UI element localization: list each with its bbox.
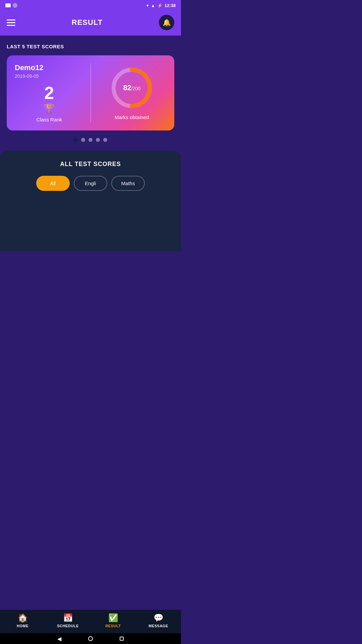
bell-icon: 🔔 bbox=[163, 18, 171, 26]
header: RESULT 🔔 bbox=[0, 11, 181, 36]
dot-4[interactable] bbox=[96, 138, 100, 142]
dot-3[interactable] bbox=[88, 138, 93, 142]
battery-icon: ⚡ bbox=[157, 3, 163, 8]
notification-button[interactable]: 🔔 bbox=[159, 15, 174, 30]
test-name: Demo12 bbox=[15, 63, 84, 72]
circle-text: 82/200 bbox=[123, 84, 140, 92]
status-bar: ▾ ▲ ⚡ 12:38 bbox=[0, 0, 181, 11]
marks-label: Marks obtained bbox=[115, 114, 149, 120]
filter-buttons: All Engli Maths bbox=[7, 176, 174, 191]
score-circle: 82/200 bbox=[110, 66, 154, 110]
score-card: Demo12 2019-09-05 2 🏆 Class Rank 82/200 … bbox=[7, 55, 174, 130]
filter-maths-button[interactable]: Maths bbox=[111, 176, 145, 191]
status-left bbox=[5, 3, 17, 8]
status-right: ▾ ▲ ⚡ 12:38 bbox=[146, 3, 176, 8]
wifi-icon: ▾ bbox=[146, 3, 149, 8]
filter-all-button[interactable]: All bbox=[36, 176, 70, 191]
test-date: 2019-09-05 bbox=[15, 73, 84, 79]
marks-total: /200 bbox=[131, 86, 140, 91]
dot-1[interactable] bbox=[74, 138, 78, 142]
trophy-icon: 🏆 bbox=[43, 103, 55, 114]
card-left: Demo12 2019-09-05 2 🏆 Class Rank bbox=[15, 63, 84, 122]
page-title: RESULT bbox=[72, 18, 103, 27]
rank-number: 2 bbox=[44, 84, 54, 102]
signal-dot bbox=[13, 3, 17, 8]
dot-5[interactable] bbox=[103, 138, 107, 142]
filter-engli-button[interactable]: Engli bbox=[74, 176, 107, 191]
signal-icon: ▲ bbox=[151, 3, 155, 8]
all-scores-section: ALL TEST SCORES All Engli Maths bbox=[0, 151, 181, 251]
rank-section: 2 🏆 Class Rank bbox=[15, 84, 84, 122]
card-right: 82/200 Marks obtained bbox=[98, 63, 167, 122]
last5-section-title: LAST 5 TEST SCORES bbox=[7, 44, 174, 49]
dot-2[interactable] bbox=[81, 138, 85, 142]
status-time: 12:38 bbox=[165, 3, 176, 8]
sim-icon bbox=[5, 3, 11, 7]
marks-score: 82 bbox=[123, 84, 131, 92]
card-divider bbox=[90, 63, 91, 122]
hamburger-menu[interactable] bbox=[7, 19, 15, 26]
main-area: LAST 5 TEST SCORES Demo12 2019-09-05 2 🏆… bbox=[0, 36, 181, 151]
slide-dots bbox=[7, 138, 174, 142]
rank-label: Class Rank bbox=[36, 117, 62, 122]
all-scores-title: ALL TEST SCORES bbox=[7, 161, 174, 168]
